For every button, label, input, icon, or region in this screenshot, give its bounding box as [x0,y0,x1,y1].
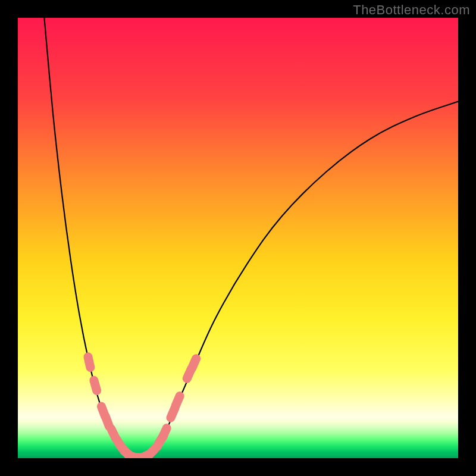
watermark-text: TheBottleneck.com [353,2,470,18]
data-bead [88,357,90,368]
plot-area [18,18,458,458]
data-bead [162,428,167,438]
data-bead [105,416,109,426]
data-bead [192,359,196,368]
data-bead [176,396,180,406]
chart-frame: TheBottleneck.com [0,0,476,476]
data-bead [94,380,97,390]
chart-svg [18,18,458,458]
gradient-background [18,18,458,458]
